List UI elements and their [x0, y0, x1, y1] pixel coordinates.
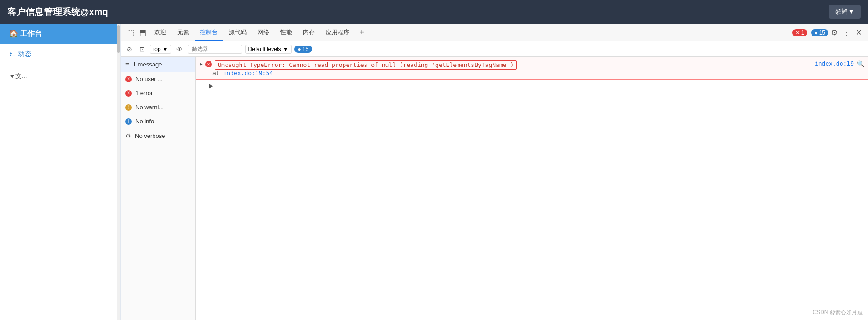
filter-input[interactable] — [188, 45, 242, 54]
devtools-more-btn[interactable]: ⋮ — [840, 26, 853, 39]
error-badge: ✕ 1 — [792, 29, 808, 36]
expand-triangle[interactable]: ▶ — [200, 61, 203, 67]
devtools-device-btn[interactable]: ⬒ — [137, 26, 149, 39]
sidebar: 🏠 工作台 🏷 动态 ▼文... — [0, 24, 121, 320]
console-badge-count: 15 — [303, 46, 308, 52]
tab-elements[interactable]: 元素 — [172, 25, 195, 41]
console-message-sidebar: ≡ 1 message ✕ No user ... ✕ 1 error ! No… — [121, 57, 196, 320]
app-bar: 客户信息管理系统@xmq 貂蝉▼ — [0, 0, 868, 24]
main-layout: 🏠 工作台 🏷 动态 ▼文... ⬚ ⬒ 欢迎 元素 控制台 源代码 网络 性能… — [0, 24, 868, 320]
level-chevron-icon: ▼ — [283, 46, 288, 52]
tab-sources[interactable]: 源代码 — [223, 25, 252, 41]
list-icon: ≡ — [125, 61, 129, 68]
tab-application[interactable]: 应用程序 — [320, 25, 355, 41]
top-selector[interactable]: top ▼ — [150, 45, 171, 54]
info-icon-sidebar: i — [125, 118, 132, 125]
error-count: 1 — [801, 30, 805, 36]
search-icon[interactable]: 🔍 — [857, 60, 864, 68]
sidebar-partial[interactable]: ▼文... — [0, 68, 120, 85]
level-label: Default levels — [248, 46, 281, 52]
devtools-badges: ✕ 1 ● 15 — [792, 29, 828, 36]
top-label: top — [153, 46, 161, 52]
sidebar-scroll-thumb[interactable] — [117, 25, 120, 53]
devtools-panel: ⬚ ⬒ 欢迎 元素 控制台 源代码 网络 性能 内存 应用程序 + ✕ 1 ● … — [121, 24, 868, 320]
sidebar-filter-warnings[interactable]: ! No warni... — [121, 100, 195, 114]
sidebar-item-workbench[interactable]: 🏠 工作台 — [0, 24, 120, 44]
console-clear-btn[interactable]: ⊘ — [124, 44, 134, 54]
tab-welcome[interactable]: 欢迎 — [149, 25, 172, 41]
error-user-icon: ✕ — [125, 76, 132, 82]
error-icon-sidebar: ✕ — [125, 90, 132, 97]
sidebar-filter-errors-label: 1 error — [135, 90, 153, 97]
csdn-watermark: CSDN @素心如月姮 — [812, 309, 863, 316]
sidebar-filter-warnings-label: No warni... — [135, 104, 164, 111]
tab-performance[interactable]: 性能 — [275, 25, 298, 41]
level-selector[interactable]: Default levels ▼ — [245, 45, 292, 54]
error-icon-main: ✕ — [205, 61, 212, 67]
error-row-top: ▶ ✕ Uncaught TypeError: Cannot read prop… — [200, 60, 864, 70]
sidebar-filter-messages-label: 1 message — [133, 61, 162, 68]
devtools-tabbar: ⬚ ⬒ 欢迎 元素 控制台 源代码 网络 性能 内存 应用程序 + ✕ 1 ● … — [121, 24, 868, 41]
sidebar-item-dynamic[interactable]: 🏷 动态 — [0, 44, 120, 64]
expand-arrow-icon[interactable]: ▶ — [209, 82, 214, 89]
devtools-inspect-btn[interactable]: ⬚ — [124, 26, 137, 39]
sidebar-filter-messages[interactable]: ≡ 1 message — [121, 57, 195, 72]
sidebar-filter-info-label: No info — [135, 118, 154, 125]
tab-network[interactable]: 网络 — [252, 25, 275, 41]
info-icon: ● — [814, 30, 817, 36]
sidebar-filter-user-label: No user ... — [135, 76, 163, 82]
error-message-text: Uncaught TypeError: Cannot read properti… — [215, 60, 812, 70]
sidebar-filter-errors[interactable]: ✕ 1 error — [121, 86, 195, 100]
console-count-badge: ● 15 — [294, 46, 313, 53]
tab-add-btn[interactable]: + — [355, 24, 369, 41]
warn-icon: ! — [125, 104, 132, 111]
devtools-close-btn[interactable]: ✕ — [853, 26, 864, 39]
top-chevron-icon: ▼ — [163, 46, 168, 52]
verbose-icon: ⚙ — [125, 132, 131, 139]
sidebar-filter-verbose-label: No verbose — [135, 132, 165, 139]
user-button[interactable]: 貂蝉▼ — [829, 5, 861, 19]
app-title: 客户信息管理系统@xmq — [7, 6, 108, 18]
sidebar-scrollbar[interactable] — [117, 24, 120, 320]
tab-console[interactable]: 控制台 — [195, 25, 223, 41]
devtools-settings-btn[interactable]: ⚙ — [828, 26, 840, 39]
console-eye-btn[interactable]: 👁 — [174, 44, 185, 54]
error-message-row: ▶ ✕ Uncaught TypeError: Cannot read prop… — [196, 57, 868, 80]
sidebar-filter-info[interactable]: i No info — [121, 114, 195, 128]
error-icon: ✕ — [796, 30, 800, 36]
sidebar-divider — [0, 66, 120, 66]
console-main: ▶ ✕ Uncaught TypeError: Cannot read prop… — [196, 57, 868, 320]
sidebar-filter-user[interactable]: ✕ No user ... — [121, 72, 195, 86]
tab-memory[interactable]: 内存 — [298, 25, 320, 41]
info-badge: ● 15 — [811, 29, 828, 36]
console-body: ≡ 1 message ✕ No user ... ✕ 1 error ! No… — [121, 57, 868, 320]
error-location-row: at index.do:19:54 — [200, 70, 864, 76]
expand-arrow-row: ▶ — [196, 80, 868, 91]
console-badge-icon: ● — [298, 46, 301, 52]
console-toolbar: ⊘ ⊡ top ▼ 👁 Default levels ▼ ● 15 — [121, 41, 868, 57]
sidebar-filter-verbose[interactable]: ⚙ No verbose — [121, 128, 195, 143]
info-count: 15 — [819, 30, 825, 36]
console-block-btn[interactable]: ⊡ — [137, 44, 147, 54]
error-message-bordered: Uncaught TypeError: Cannot read properti… — [215, 60, 517, 70]
error-location-link[interactable]: index.do:19 — [815, 60, 854, 67]
error-location-at-link[interactable]: index.do:19:54 — [223, 70, 273, 76]
